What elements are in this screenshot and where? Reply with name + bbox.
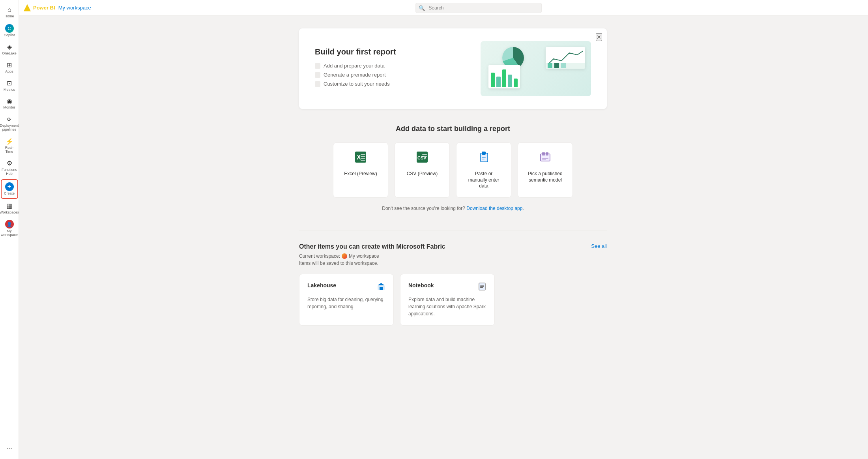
search-icon: 🔍 [419,5,425,11]
other-section: Other items you can create with Microsof… [299,243,607,326]
sidebar-label-workspaces: Workspaces [0,211,19,215]
home-icon: ⌂ [6,6,13,14]
csv-icon: CSV [416,151,428,166]
hero-features: Add and prepare your data Generate a pre… [315,63,471,87]
metrics-icon: ⊡ [6,79,13,87]
sidebar-item-monitor[interactable]: ◉ Monitor [1,95,18,112]
workspace-name: My workspace [349,253,379,259]
see-all-link[interactable]: See all [591,243,607,249]
svg-rect-25 [380,287,383,290]
copilot-icon: C [5,24,14,33]
sidebar-label-copilot: Copilot [4,34,15,37]
svg-rect-6 [361,154,365,155]
svg-rect-15 [482,152,486,155]
csv-card-label: CSV (Preview) [407,171,438,177]
data-cards: X Excel (Preview) CSV CSV (Preview) [54,142,852,198]
sidebar-item-create[interactable]: + Create [1,179,18,199]
section-divider [299,230,607,230]
fabric-card-lakehouse[interactable]: Lakehouse Store big data for cleaning, q… [299,274,394,326]
svg-rect-9 [361,160,365,161]
sidebar-item-apps[interactable]: ⊞ Apps [1,59,18,76]
fabric-card-notebook[interactable]: Notebook Explore data and build machine … [400,274,495,326]
bar-2 [496,77,500,87]
svg-rect-12 [422,154,427,155]
workspace-link[interactable]: My workspace [58,5,91,11]
sidebar-item-onelake[interactable]: ◈ OneLake [1,41,18,58]
workspace-note: Items will be saved to this workspace. [299,260,607,266]
hero-title: Build your first report [315,47,471,56]
workspace-badge-icon [342,253,347,259]
bar-5 [514,79,518,87]
sidebar-label-functions: Functions Hub [2,168,17,176]
paste-icon [477,151,490,166]
sidebar: ⌂ Home C Copilot ◈ OneLake ⊞ Apps ⊡ Metr… [0,0,19,459]
notebook-title: Notebook [408,282,434,289]
svg-rect-8 [361,158,365,159]
data-card-paste[interactable]: Paste or manually enter data [456,142,511,198]
line-chart-decoration [546,47,585,69]
data-card-semantic[interactable]: Pick a published semantic model [518,142,573,198]
monitor-icon: ◉ [6,97,13,105]
semantic-icon [539,151,552,166]
svg-rect-28 [480,286,484,287]
hero-image [481,41,591,96]
sidebar-more-dots[interactable]: ··· [6,441,12,456]
deployment-icon: ⟳ [6,115,13,123]
sidebar-item-home[interactable]: ⌂ Home [1,4,18,21]
sidebar-label-metrics: Metrics [4,88,15,92]
bar-4 [508,75,512,87]
svg-rect-21 [542,158,548,159]
workspace-info: Current workspace: My workspace [299,253,607,259]
functions-icon: ⚙ [6,159,13,167]
sidebar-item-copilot[interactable]: C Copilot [1,22,18,40]
data-card-excel[interactable]: X Excel (Preview) [333,142,388,198]
svg-rect-13 [422,156,427,157]
svg-marker-24 [378,283,385,285]
sidebar-label-realtime: Real-Time [2,146,17,154]
workspaces-icon: ▦ [6,202,13,210]
sidebar-item-functions[interactable]: ⚙ Functions Hub [1,157,18,178]
download-hint: Don't see the source you're looking for?… [54,206,852,211]
sidebar-item-metrics[interactable]: ⊡ Metrics [1,77,18,94]
sidebar-label-home: Home [4,15,14,19]
hero-close-button[interactable]: ✕ [596,33,602,41]
excel-card-label: Excel (Preview) [344,171,377,177]
svg-rect-20 [546,152,548,155]
download-desktop-link[interactable]: Download the desktop app [466,206,522,211]
main-content: ✕ Build your first report Add and prepar… [38,16,868,459]
svg-rect-22 [542,159,546,160]
hero-feature-2: Generate a premade report [315,72,471,78]
sidebar-label-create: Create [4,192,15,196]
svg-rect-2 [554,63,559,68]
svg-rect-1 [548,63,552,68]
lakehouse-title: Lakehouse [307,282,336,289]
myworkspace-icon: 👤 [5,220,14,229]
svg-rect-7 [361,156,365,157]
search-input[interactable] [415,3,542,13]
notebook-header: Notebook [408,282,486,293]
svg-rect-3 [561,63,566,68]
sidebar-label-onelake: OneLake [2,52,17,56]
svg-rect-17 [482,159,485,159]
bar-1 [491,73,495,87]
brand-name: Power BI [33,5,55,11]
hero-text: Build your first report Add and prepare … [315,47,471,90]
bar-chart-decoration [488,65,520,88]
other-section-title: Other items you can create with Microsof… [299,243,445,250]
powerbi-logo [24,4,31,11]
fabric-cards: Lakehouse Store big data for cleaning, q… [299,274,607,326]
data-card-csv[interactable]: CSV CSV (Preview) [395,142,450,198]
svg-rect-16 [482,157,486,158]
sidebar-item-myworkspace[interactable]: 👤 My workspace [1,217,18,240]
sidebar-item-deployment[interactable]: ⟳ Deployment pipelines [1,113,18,134]
sidebar-item-realtime[interactable]: ⚡ Real-Time [1,135,18,156]
svg-rect-27 [480,285,484,286]
apps-icon: ⊞ [6,61,13,69]
svg-text:X: X [357,154,361,161]
create-icon: + [5,182,14,191]
notebook-desc: Explore data and build machine learning … [408,296,486,317]
sidebar-item-workspaces[interactable]: ▦ Workspaces [1,200,18,217]
data-section-title: Add data to start building a report [54,125,852,133]
hero-feature-1: Add and prepare your data [315,63,471,69]
semantic-card-label: Pick a published semantic model [528,171,563,183]
